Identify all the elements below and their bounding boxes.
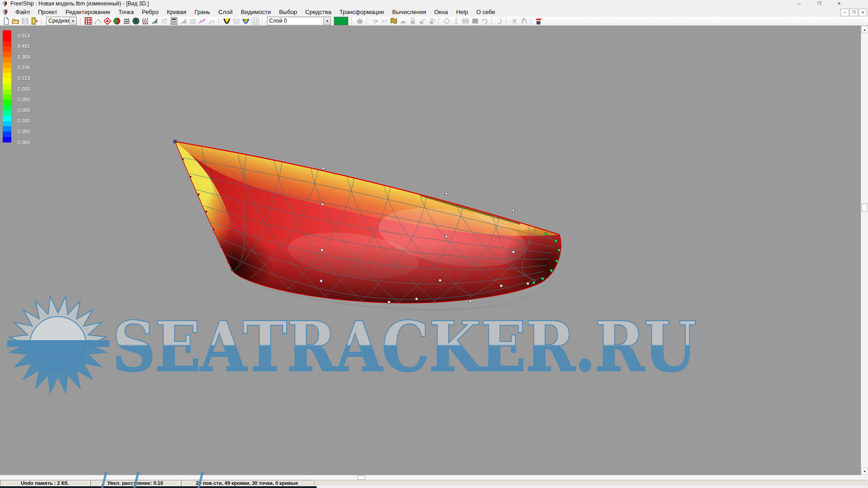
buttocks-icon[interactable] bbox=[150, 17, 160, 25]
vertical-scrollbar[interactable]: ▲ ▼ bbox=[861, 26, 868, 475]
legend-value-label: 0.000 bbox=[18, 129, 45, 134]
control-point[interactable] bbox=[190, 176, 191, 178]
gauss-curvature-icon[interactable] bbox=[112, 17, 122, 25]
flowlines-icon[interactable] bbox=[198, 17, 207, 25]
new-file-icon[interactable] bbox=[1, 17, 11, 25]
control-point[interactable] bbox=[322, 204, 324, 206]
stations-icon[interactable] bbox=[141, 17, 150, 25]
control-point[interactable] bbox=[500, 285, 503, 287]
insert-curve-icon bbox=[495, 17, 504, 25]
control-point[interactable] bbox=[439, 280, 441, 282]
control-point[interactable] bbox=[542, 278, 544, 280]
viewport-3d[interactable]: SEATRACKER.RU 0.6140.4910.3680.2460.1230… bbox=[0, 26, 861, 475]
control-point[interactable] bbox=[198, 194, 199, 195]
maximize-button[interactable]: ❐ bbox=[809, 0, 829, 7]
horizontal-scroll-thumb[interactable] bbox=[357, 475, 365, 480]
control-point[interactable] bbox=[323, 167, 325, 170]
check-surface-icon[interactable] bbox=[103, 17, 112, 25]
develop-surface-icon[interactable] bbox=[131, 17, 141, 25]
mdi-minimize-button[interactable]: ─ bbox=[840, 9, 849, 16]
menu-кривая[interactable]: Кривая bbox=[163, 8, 190, 16]
mdi-close-button[interactable]: ✕ bbox=[859, 9, 867, 16]
texture-map-icon[interactable] bbox=[389, 17, 398, 25]
control-point[interactable] bbox=[512, 209, 515, 212]
legend-value-label: 0.000 bbox=[18, 97, 45, 102]
control-point[interactable] bbox=[228, 261, 229, 263]
menu-вычисления[interactable]: Вычисления bbox=[388, 8, 430, 16]
hydrostatics-icon[interactable] bbox=[222, 17, 232, 25]
control-point[interactable] bbox=[533, 282, 535, 284]
check-model-icon bbox=[442, 17, 451, 25]
control-point[interactable] bbox=[470, 300, 472, 303]
control-point[interactable] bbox=[556, 260, 558, 262]
watermark: SEATRACKER.RU bbox=[7, 296, 696, 393]
control-point[interactable] bbox=[321, 249, 323, 251]
control-point[interactable] bbox=[545, 233, 547, 235]
scroll-down-button[interactable]: ▼ bbox=[861, 468, 868, 475]
open-file-icon[interactable] bbox=[11, 17, 20, 25]
chevron-down-icon[interactable]: ▼ bbox=[69, 17, 76, 25]
scroll-up-button[interactable]: ▲ bbox=[861, 26, 868, 33]
chevron-down-icon[interactable]: ▼ bbox=[323, 17, 331, 25]
legend-value-label: 0.000 bbox=[18, 140, 45, 145]
menu-проект[interactable]: Проект bbox=[34, 8, 62, 16]
menu-файл[interactable]: Файл bbox=[11, 8, 34, 16]
menu-выбор[interactable]: Выбор bbox=[275, 8, 301, 16]
resolution-icon[interactable] bbox=[169, 17, 179, 25]
legend-swatch bbox=[3, 95, 11, 100]
legend-value-label: 0.000 bbox=[18, 118, 45, 123]
control-point[interactable] bbox=[320, 280, 323, 282]
control-point[interactable] bbox=[555, 240, 557, 242]
menu-грань[interactable]: Грань bbox=[190, 8, 214, 16]
menu-окна[interactable]: Окна bbox=[430, 8, 452, 16]
control-point[interactable] bbox=[213, 228, 214, 230]
control-net-icon[interactable] bbox=[84, 17, 93, 25]
legend-swatch bbox=[3, 116, 11, 121]
control-point[interactable] bbox=[446, 236, 448, 238]
control-point[interactable] bbox=[205, 211, 207, 213]
legend-swatch bbox=[3, 57, 11, 62]
control-point[interactable] bbox=[388, 301, 390, 303]
control-point[interactable] bbox=[512, 251, 515, 253]
menu-ребро[interactable]: Ребро bbox=[138, 8, 163, 16]
hull-surface[interactable] bbox=[174, 140, 579, 335]
menu-редактирование[interactable]: Редактирование bbox=[62, 8, 114, 16]
layers-panel-icon bbox=[232, 17, 241, 25]
control-point[interactable] bbox=[220, 246, 222, 247]
control-point[interactable] bbox=[527, 283, 529, 285]
control-point[interactable] bbox=[446, 193, 448, 195]
watermark-text: SEATRACKER.RU bbox=[112, 306, 696, 387]
menu-видимости[interactable]: Видимости bbox=[237, 8, 275, 16]
interior-edges-icon[interactable] bbox=[122, 17, 131, 25]
close-button[interactable]: ✕ bbox=[829, 0, 849, 7]
hull-3d-view[interactable]: SEATRACKER.RU bbox=[0, 26, 861, 475]
unlock-points-icon bbox=[417, 17, 427, 25]
exit-door-icon[interactable] bbox=[30, 17, 39, 25]
menu-точка[interactable]: Точка bbox=[114, 8, 138, 16]
control-point[interactable] bbox=[550, 270, 553, 272]
minimize-button[interactable]: ─ bbox=[789, 0, 809, 7]
legend-swatch bbox=[3, 132, 11, 137]
legend-swatch bbox=[3, 46, 11, 52]
control-point[interactable] bbox=[558, 249, 560, 251]
control-point[interactable] bbox=[416, 298, 418, 300]
toolbar-separator bbox=[351, 18, 355, 25]
design-hydrostatics-icon[interactable] bbox=[241, 17, 251, 25]
control-point[interactable] bbox=[231, 269, 233, 271]
layer-color-button[interactable] bbox=[334, 17, 348, 25]
precision-combobox[interactable]: Средняя▼ bbox=[46, 17, 77, 25]
control-point[interactable] bbox=[182, 158, 184, 160]
menu-о-себе[interactable]: О себе bbox=[472, 8, 499, 16]
control-point[interactable] bbox=[174, 140, 176, 143]
vertical-scroll-thumb[interactable] bbox=[862, 204, 868, 212]
status-bar: Undo память : 2 Кб.Увел. расстояние: 0.1… bbox=[0, 480, 868, 486]
menu-средства[interactable]: Средства bbox=[301, 8, 336, 16]
sun-horizon-bar bbox=[7, 340, 109, 347]
menu-help[interactable]: Help bbox=[452, 8, 472, 16]
mdi-restore-button[interactable]: ❐ bbox=[849, 9, 858, 16]
menu-слой[interactable]: Слой bbox=[214, 8, 237, 16]
layer-combobox[interactable]: Слой 0▼ bbox=[267, 17, 331, 25]
menu-трансформации[interactable]: Трансформации bbox=[335, 8, 388, 16]
marker-icon[interactable] bbox=[534, 17, 544, 25]
legend-swatch bbox=[3, 52, 11, 57]
